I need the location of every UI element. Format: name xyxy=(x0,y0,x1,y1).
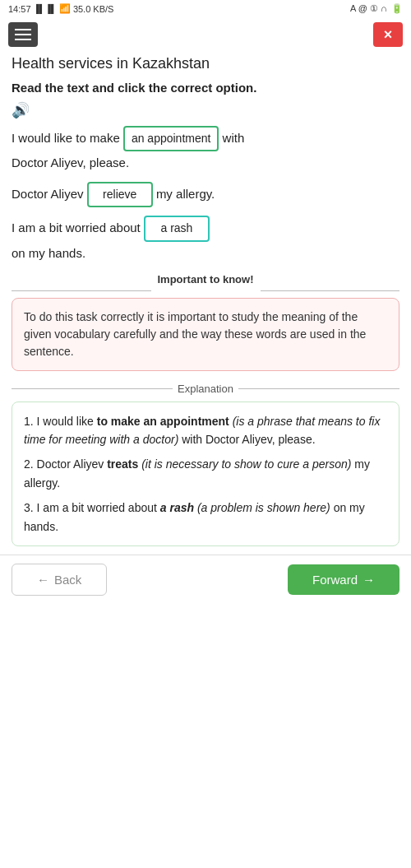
status-left: 14:57 ▐▌▐▌ 📶 35.0 KB/S xyxy=(8,3,113,14)
page-title: Health services in Kazakhstan xyxy=(0,52,411,79)
hamburger-line3 xyxy=(15,39,31,40)
hamburger-button[interactable] xyxy=(8,22,38,47)
exp-2-italic: (it is necessary to show to cure a perso… xyxy=(141,457,351,471)
instruction-text: Read the text and click the correct opti… xyxy=(12,79,399,96)
notification-icons: A @ ① ∩ xyxy=(350,3,387,14)
explanation-box: 1. I would like to make an appointment (… xyxy=(12,402,399,546)
important-text: Important to know! xyxy=(158,273,254,285)
exp-3-bold: a rash xyxy=(160,501,194,514)
explanation-label: Explanation xyxy=(178,383,233,395)
hamburger-line1 xyxy=(15,29,31,30)
forward-arrow-icon: → xyxy=(363,573,375,587)
hamburger-line2 xyxy=(15,34,31,35)
explanation-item-3: 3. I am a bit worried about a rash (a pr… xyxy=(24,499,387,536)
exp-1-after: with Doctor Aliyev, please. xyxy=(182,433,315,446)
sentence-2: Doctor Aliyev relieve my allergy. xyxy=(12,182,399,207)
info-box-text: To do this task correctly it is importan… xyxy=(24,310,366,358)
exp-3-number: 3. xyxy=(24,501,37,514)
important-section: Important to know! xyxy=(12,272,399,291)
explanation-divider: Explanation xyxy=(12,383,399,395)
imp-line-left xyxy=(12,290,151,291)
exp-1-number: 1. xyxy=(24,415,37,428)
exp-1-before: I would like xyxy=(37,415,97,428)
exp-3-before: I am a bit worried about xyxy=(37,501,160,514)
speed-indicator: 35.0 KB/S xyxy=(73,4,114,14)
exp-3-bold-italic: a rash xyxy=(160,501,194,514)
audio-icon[interactable]: 🔊 xyxy=(12,101,399,119)
signal-icon: ▐▌▐▌ xyxy=(34,4,57,13)
sentence-3-after: on my hands. xyxy=(12,246,85,260)
forward-label: Forward xyxy=(312,573,358,587)
sentence-2-after: my allergy. xyxy=(156,187,215,201)
sentence-1: I would like to make an appointment with… xyxy=(12,126,399,174)
back-label: Back xyxy=(54,573,81,587)
top-nav: × xyxy=(0,17,411,52)
main-content: Read the text and click the correct opti… xyxy=(0,79,411,546)
divider-line-right xyxy=(238,388,399,389)
status-right: A @ ① ∩ 🔋 xyxy=(350,3,403,14)
status-time: 14:57 xyxy=(8,4,31,14)
sentence-2-before: Doctor Aliyev xyxy=(12,187,87,201)
answer-box-3[interactable]: a rash xyxy=(144,216,210,241)
sentence-3: I am a bit worried about a rash on my ha… xyxy=(12,216,399,263)
bottom-nav: ← Back Forward → xyxy=(0,555,411,604)
exp-2-bold: treats xyxy=(107,457,138,471)
info-box: To do this task correctly it is importan… xyxy=(12,298,399,371)
important-label: Important to know! xyxy=(151,272,261,287)
divider-line-left xyxy=(12,388,173,389)
forward-button[interactable]: Forward → xyxy=(288,564,399,595)
status-bar: 14:57 ▐▌▐▌ 📶 35.0 KB/S A @ ① ∩ 🔋 xyxy=(0,0,411,17)
explanation-item-1: 1. I would like to make an appointment (… xyxy=(24,412,387,449)
exp-1-bold: to make an appointment xyxy=(97,415,229,428)
answer-box-2[interactable]: relieve xyxy=(87,182,153,207)
close-icon: × xyxy=(384,26,393,44)
exp-2-number: 2. xyxy=(24,457,37,471)
answer-box-1[interactable]: an appointment xyxy=(123,126,219,151)
back-arrow-icon: ← xyxy=(37,573,49,587)
explanation-item-2: 2. Doctor Aliyev treats (it is necessary… xyxy=(24,455,387,492)
sentence-3-before: I am a bit worried about xyxy=(12,220,144,234)
battery-icon: 🔋 xyxy=(391,3,403,14)
imp-line-right xyxy=(261,290,400,291)
wifi-icon: 📶 xyxy=(59,3,71,14)
close-button[interactable]: × xyxy=(373,22,403,47)
exp-2-before: Doctor Aliyev xyxy=(37,457,108,471)
back-button[interactable]: ← Back xyxy=(12,564,107,596)
exp-3-italic: (a problem is shown here) xyxy=(197,501,330,514)
sentence-1-before: I would like to make xyxy=(12,131,123,145)
